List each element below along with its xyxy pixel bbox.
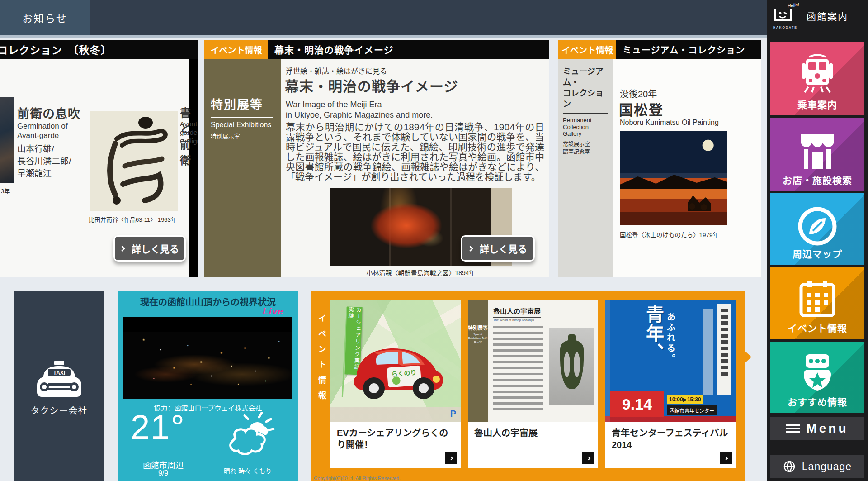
- hamburger-icon: [786, 424, 800, 433]
- war-kicker: 浮世絵・雑誌・絵はがきに見る: [286, 65, 387, 76]
- sidebar-item-label: イベント情報: [770, 321, 864, 334]
- poster-venue: 函館市青年センター: [667, 405, 717, 415]
- sun-behind-cloud-icon: [222, 412, 276, 459]
- event2-arrow-button[interactable]: [582, 452, 594, 464]
- war-print-caption: 小林清親〈朝鮮豊島海戦之図〉1894年: [330, 268, 512, 277]
- weather-date: 9/9: [127, 469, 199, 477]
- sidebar-item-area-map[interactable]: 周辺マップ: [770, 193, 864, 265]
- event3-arrow-button[interactable]: [720, 452, 732, 464]
- star-badge-icon: [796, 352, 839, 396]
- chevron-right-icon: [467, 246, 473, 252]
- vase-shape: [560, 340, 584, 389]
- special-exhibition-panel: 特別展等 Special Exhibitions 特別展示室: [204, 59, 281, 277]
- work1-caption: 比田井南谷〈作品63-11〉 1963年: [89, 215, 177, 224]
- weather-condition: 晴れ 時々 くもり: [209, 466, 286, 475]
- globe-icon: [783, 460, 796, 473]
- menu-button[interactable]: Menu: [770, 417, 864, 440]
- work1-title-en: Germination of Avant-garde: [17, 121, 68, 140]
- artwork-edge-caption: 3年: [1, 186, 10, 195]
- sidebar-item-label: 乗車案内: [770, 97, 864, 111]
- war-title-en: War Image of the Meiji Erain Ukiyoe, Gra…: [286, 100, 433, 120]
- sidebar-item-transit[interactable]: 乗車案内: [770, 42, 864, 115]
- events-vertical-label: イベント情報: [316, 314, 327, 406]
- flyer-side-panel: 特別展等 Special Exhibitions 特別展示室: [468, 300, 488, 422]
- menu-label: Menu: [806, 421, 848, 436]
- event3-image: 青年、 あふれる。 9.14 10:00▶15:30 函館市青年センター: [605, 300, 736, 422]
- panel-rule: [211, 117, 273, 118]
- event2-image: 特別展等 Special Exhibitions 特別展示室 魯山人の宇宙展 T…: [468, 300, 598, 422]
- museum-body: ミュージアム・ コレクション Permanent Collection Gall…: [558, 59, 761, 277]
- chevron-right-icon: [724, 456, 727, 460]
- festival-poster: 青年、 あふれる。 9.14 10:00▶15:30 函館市青年センター: [605, 300, 736, 422]
- war-more-button[interactable]: 詳しく見る: [461, 235, 535, 262]
- museum-header: イベント情報 ミュージアム・コレクション: [558, 40, 761, 59]
- event-card-ev-carsharing[interactable]: カーシェアリング実証実験 P らくのり: [330, 300, 461, 468]
- calendar-icon: [796, 279, 839, 323]
- panel-title-en: Special Exhibitions: [211, 121, 276, 129]
- event-card-youth-festival[interactable]: 青年、 あふれる。 9.14 10:00▶15:30 函館市青年センター 青年セ…: [605, 300, 736, 468]
- flyer-side-title: 特別展等: [468, 324, 488, 331]
- permanent-collection-panel: ミュージアム・ コレクション Permanent Collection Gall…: [558, 59, 613, 277]
- sidebar-item-label: 周辺マップ: [770, 247, 864, 260]
- chevron-right-icon: [449, 456, 453, 460]
- event-info-badge: イベント情報: [558, 40, 616, 59]
- war-title-rule: [286, 96, 537, 96]
- parking-mark: P: [450, 409, 456, 419]
- sidebar-item-shop-search[interactable]: お店・施設検索: [770, 118, 864, 191]
- museum-title-en: Noboru Kunimatsu Oil Painting: [620, 119, 719, 127]
- tram-icon: [796, 53, 839, 99]
- logo-name-text: HAKODATE: [772, 26, 798, 29]
- event-card-rosanjin[interactable]: 特別展等 Special Exhibitions 特別展示室 魯山人の宇宙展 T…: [468, 300, 598, 468]
- more-label: 詳しく見る: [132, 242, 179, 255]
- war-header-title: 幕末・明治の戦争イメージ: [274, 43, 394, 56]
- sidebar-item-recommended[interactable]: おすすめ情報: [770, 342, 864, 413]
- tab-notices[interactable]: お知らせ: [0, 0, 90, 35]
- flyer-title-en: The World of Kitaoji Rosanjin: [493, 319, 534, 322]
- taxi-label: タクシー会社: [14, 404, 104, 417]
- event1-image: カーシェアリング実証実験 P らくのり: [330, 300, 461, 422]
- event1-title: EVカーシェアリングらくのり開催！: [337, 427, 454, 451]
- kiosk-screen: お知らせ コレクション 〔秋冬〕 3年 前衛の息吹 Germination of…: [0, 0, 868, 481]
- card-museum-collection[interactable]: イベント情報 ミュージアム・コレクション ミュージアム・ コレクション Perm…: [558, 40, 761, 277]
- sidebar-item-label: お店・施設検索: [770, 173, 864, 186]
- oil-painting-image: [620, 131, 727, 225]
- top-bar-divider: [0, 35, 767, 38]
- night-view-photo: [123, 317, 292, 399]
- sidebar-title: 函館案内: [807, 9, 848, 23]
- language-button[interactable]: Language: [770, 455, 864, 478]
- compass-icon: [796, 205, 839, 250]
- war-body: 特別展等 Special Exhibitions 特別展示室 浮世絵・雑誌・絵は…: [204, 59, 549, 277]
- live-view-weather-tile[interactable]: 現在の函館山山頂からの視界状況 Live 協力：函館山ロープウェイ株式会社 21…: [118, 291, 298, 481]
- museum-caption: 国松登〈氷上のけものたち〉1979年: [620, 230, 719, 239]
- copyright-text: Copyright(C)2014. All Rights Reserved.: [314, 476, 401, 481]
- collection-header: コレクション 〔秋冬〕: [0, 40, 198, 59]
- event-info-badge: イベント情報: [204, 40, 268, 59]
- card-war-exhibition[interactable]: イベント情報 幕末・明治の戦争イメージ 特別展等 Special Exhibit…: [204, 40, 549, 277]
- exhibition-flyer: 特別展等 Special Exhibitions 特別展示室 魯山人の宇宙展 T…: [468, 300, 598, 422]
- taxi-company-tile[interactable]: TAXI タクシー会社: [14, 291, 104, 481]
- war-description: 幕末から明治期にかけての1894年の日清戦争、1904年の日露戦争という、それま…: [286, 122, 544, 182]
- event1-arrow-button[interactable]: [445, 452, 457, 464]
- chevron-right-icon: [586, 456, 590, 460]
- museum-kicker: 没後20年: [620, 87, 657, 100]
- sidebar-item-event-info[interactable]: イベント情報: [770, 267, 864, 339]
- red-car-illustration: らくのり: [348, 336, 447, 405]
- war-header: イベント情報 幕末・明治の戦争イメージ: [204, 40, 549, 59]
- hakodate-home-button[interactable]: Hello! HAKODATE 函館案内: [767, 2, 868, 30]
- work1-title: 前衛の息吹: [17, 104, 80, 122]
- live-badge: Live: [263, 306, 283, 317]
- panel-rule: [563, 113, 608, 114]
- panel-title-en: Permanent Collection Gallery: [563, 117, 610, 137]
- panel-title: 特別展等: [211, 95, 276, 113]
- poster-side-strip: [717, 304, 731, 395]
- war-title: 幕末・明治の戦争イメージ: [285, 75, 458, 95]
- sidebar: Hello! HAKODATE 函館案内: [767, 0, 868, 481]
- vase-photo: [549, 328, 594, 405]
- hakodate-logo-icon: Hello! HAKODATE: [772, 3, 798, 29]
- event3-title: 青年センターフェスティバル2014: [612, 427, 729, 451]
- collection-more-button[interactable]: 詳しく見る: [113, 235, 186, 262]
- card-collection[interactable]: コレクション 〔秋冬〕 3年 前衛の息吹 Germination of Avan…: [0, 40, 198, 277]
- flyer-side-en: Special Exhibitions 特別展示室: [468, 333, 488, 344]
- collection-body: 3年 前衛の息吹 Germination of Avant-garde 山本行雄…: [0, 59, 189, 277]
- work1-artists: 山本行雄/ 長谷川潾二郎/ 早瀬龍江: [17, 143, 71, 180]
